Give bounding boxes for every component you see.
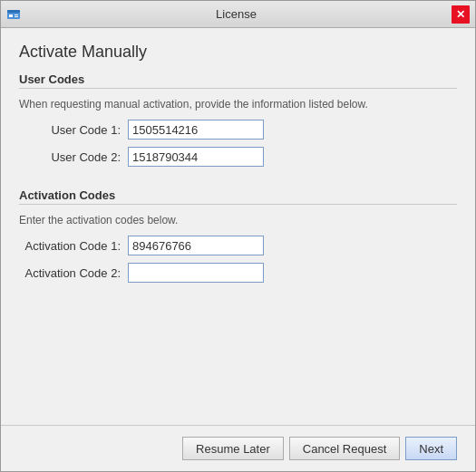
activation-codes-title: Activation Codes — [19, 188, 457, 202]
user-code-2-input[interactable] — [128, 147, 264, 167]
user-codes-divider — [19, 88, 457, 89]
activation-code-1-row: Activation Code 1: — [19, 236, 457, 255]
user-code-1-input[interactable] — [128, 120, 264, 140]
activation-code-1-label: Activation Code 1: — [19, 239, 128, 253]
svg-rect-2 — [9, 14, 13, 17]
user-code-2-row: User Code 2: — [19, 147, 457, 167]
page-heading: Activate Manually — [19, 43, 457, 62]
svg-rect-4 — [15, 16, 18, 17]
activation-code-2-input[interactable] — [128, 263, 264, 283]
user-codes-title: User Codes — [19, 72, 457, 86]
resume-later-button[interactable]: Resume Later — [182, 437, 284, 460]
activation-codes-divider — [19, 204, 457, 205]
close-button[interactable]: ✕ — [452, 5, 470, 24]
activation-code-2-row: Activation Code 2: — [19, 263, 457, 283]
activation-codes-description: Enter the activation codes below. — [19, 214, 457, 226]
cancel-request-button[interactable]: Cancel Request — [289, 437, 401, 460]
activation-code-2-label: Activation Code 2: — [19, 266, 128, 280]
activation-code-1-input[interactable] — [128, 236, 264, 255]
svg-rect-1 — [7, 10, 20, 13]
user-codes-section: User Codes When requesting manual activa… — [19, 72, 457, 174]
app-icon — [6, 7, 21, 22]
title-bar: License ✕ — [1, 1, 475, 28]
user-codes-description: When requesting manual activation, provi… — [19, 98, 457, 111]
activation-codes-section: Activation Codes Enter the activation co… — [19, 188, 457, 290]
footer: Resume Later Cancel Request Next — [1, 425, 475, 471]
title-bar-left — [6, 7, 21, 22]
window-title: License — [21, 7, 452, 21]
user-code-1-row: User Code 1: — [19, 120, 457, 140]
next-button[interactable]: Next — [405, 437, 457, 460]
license-window: License ✕ Activate Manually User Codes W… — [0, 0, 476, 472]
user-code-1-label: User Code 1: — [19, 123, 128, 137]
content-area: Activate Manually User Codes When reques… — [1, 28, 475, 425]
svg-rect-3 — [15, 14, 18, 15]
user-code-2-label: User Code 2: — [19, 150, 128, 164]
